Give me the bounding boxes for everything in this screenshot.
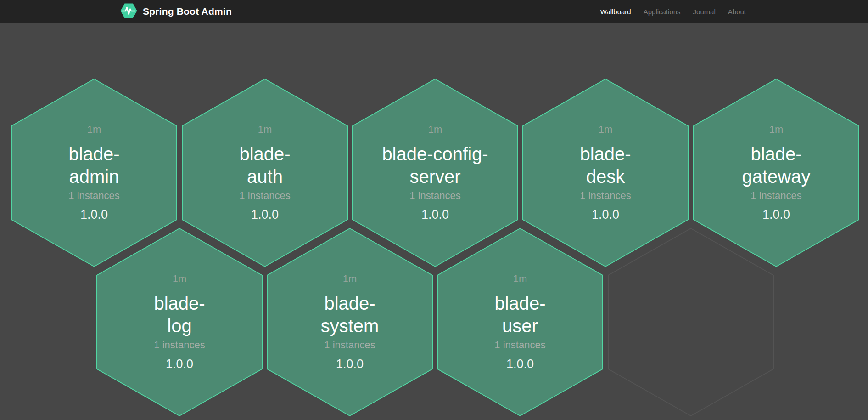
- application-hexagon-body: 1m blade- user 1 instances 1.0.0: [438, 229, 602, 415]
- application-hexagon[interactable]: 1m blade- user 1 instances 1.0.0: [437, 228, 603, 416]
- application-hexagon-body: 1m blade- system 1 instances 1.0.0: [268, 229, 432, 415]
- empty-hexagon-slot: [608, 228, 774, 416]
- application-name: blade-config- server: [382, 143, 488, 187]
- application-hexagon[interactable]: 1m blade- auth 1 instances 1.0.0: [182, 79, 348, 267]
- application-uptime: 1m: [769, 124, 784, 136]
- application-uptime: 1m: [428, 124, 442, 136]
- application-instances: 1 instances: [239, 190, 290, 202]
- application-version: 1.0.0: [166, 357, 193, 371]
- application-name: blade- user: [494, 292, 545, 337]
- brand-title: Spring Boot Admin: [143, 6, 232, 17]
- application-hexagon-body: 1m blade- gateway 1 instances 1.0.0: [694, 79, 858, 266]
- application-uptime: 1m: [173, 273, 187, 285]
- wallboard: 1m blade- admin 1 instances 1.0.0 1m bla…: [0, 23, 868, 420]
- application-version: 1.0.0: [421, 208, 449, 222]
- application-hexagon-body: [609, 229, 773, 415]
- application-hexagon-body: 1m blade- log 1 instances 1.0.0: [97, 229, 262, 415]
- application-hexagon[interactable]: 1m blade- admin 1 instances 1.0.0: [11, 79, 177, 267]
- application-hexagon[interactable]: 1m blade- desk 1 instances 1.0.0: [522, 79, 689, 267]
- application-name: blade- admin: [68, 143, 119, 187]
- application-hexagon[interactable]: 1m blade-config- server 1 instances 1.0.…: [352, 79, 518, 267]
- application-hexagon[interactable]: 1m blade- log 1 instances 1.0.0: [96, 228, 263, 416]
- application-hexagon-body: 1m blade-config- server 1 instances 1.0.…: [353, 79, 517, 266]
- application-hexagon[interactable]: 1m blade- system 1 instances 1.0.0: [267, 228, 433, 416]
- application-version: 1.0.0: [80, 208, 108, 222]
- application-instances: 1 instances: [494, 339, 545, 351]
- nav-menu: WallboardApplicationsJournalAbout: [588, 8, 746, 16]
- application-hexagon-body: 1m blade- auth 1 instances 1.0.0: [183, 79, 347, 266]
- application-instances: 1 instances: [324, 339, 375, 351]
- application-instances: 1 instances: [154, 339, 205, 351]
- pulse-hexagon-icon: [120, 3, 137, 20]
- application-instances: 1 instances: [68, 190, 119, 202]
- application-hexagon[interactable]: 1m blade- gateway 1 instances 1.0.0: [693, 79, 859, 267]
- nav-item-journal[interactable]: Journal: [693, 8, 716, 16]
- application-version: 1.0.0: [336, 357, 364, 371]
- application-instances: 1 instances: [580, 190, 631, 202]
- application-name: blade- system: [321, 292, 379, 337]
- application-name: blade- log: [154, 292, 205, 337]
- application-instances: 1 instances: [750, 190, 801, 202]
- application-version: 1.0.0: [251, 208, 279, 222]
- nav-item-about[interactable]: About: [728, 8, 746, 16]
- brand-link[interactable]: Spring Boot Admin: [120, 3, 232, 20]
- application-uptime: 1m: [599, 124, 613, 136]
- application-version: 1.0.0: [506, 357, 534, 371]
- application-instances: 1 instances: [409, 190, 460, 202]
- navbar-container: Spring Boot Admin WallboardApplicationsJ…: [0, 0, 868, 23]
- application-hexagon-body: 1m blade- desk 1 instances 1.0.0: [523, 79, 688, 266]
- application-version: 1.0.0: [762, 208, 790, 222]
- nav-item-wallboard[interactable]: Wallboard: [600, 8, 631, 16]
- application-name: blade- gateway: [742, 143, 811, 187]
- application-hexagon-body: 1m blade- admin 1 instances 1.0.0: [12, 79, 176, 266]
- nav-item-applications[interactable]: Applications: [644, 8, 681, 16]
- application-uptime: 1m: [258, 124, 272, 136]
- application-version: 1.0.0: [592, 208, 619, 222]
- navbar: Spring Boot Admin WallboardApplicationsJ…: [0, 0, 868, 23]
- application-uptime: 1m: [87, 124, 101, 136]
- application-uptime: 1m: [343, 273, 357, 285]
- application-name: blade- auth: [239, 143, 290, 187]
- application-name: blade- desk: [580, 143, 631, 187]
- application-uptime: 1m: [513, 273, 527, 285]
